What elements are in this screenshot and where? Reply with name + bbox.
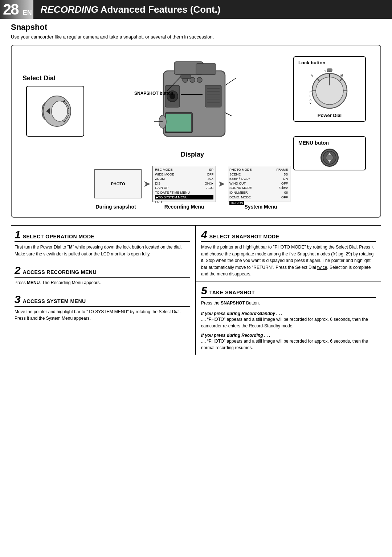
power-dial-label: Power Dial — [298, 113, 361, 118]
svg-rect-19 — [166, 114, 191, 132]
rec-menu-rows: REC MODESP WIDE MODEOFF ZOOM40X DISON□● … — [155, 167, 213, 199]
svg-text:P: P — [310, 90, 311, 93]
step-5: 5 TAKE SNAPSHOT Press the SNAPSHOT Butto… — [196, 282, 381, 355]
sys-row-5: SOUND MODE32kHz — [229, 186, 288, 190]
screen-panels: PHOTO ➤ REC MODESP WIDE MODEOFF ZOOM40X … — [91, 166, 293, 202]
if-standby-body: .... “PHOTO” appears and a still image w… — [201, 316, 376, 329]
svg-point-22 — [197, 77, 202, 82]
step-4-body: Move the pointer and highlight bar to "P… — [201, 244, 376, 278]
panel-photo-text: PHOTO — [111, 182, 125, 186]
recording-menu-title: Recording Menu — [152, 204, 216, 210]
recording-menu-panel: REC MODESP WIDE MODEOFF ZOOM40X DISON□● … — [152, 166, 216, 202]
page-body: Snapshot Use your camcorder like a regul… — [0, 23, 392, 366]
sys-row-7: DEMO. MODEOFF — [229, 195, 288, 200]
step-5-number: 5 — [201, 285, 207, 296]
power-dial-icon: S M □ A P L A Y — [308, 67, 351, 111]
camcorder-section: SNAPSHOT button — [91, 53, 293, 210]
svg-line-26 — [225, 113, 232, 116]
step-1: 1 SELECT OPERATION MODE First turn the P… — [11, 226, 195, 261]
m-char: M — [69, 245, 73, 250]
sys-row-3: BEEP / TALLYON — [229, 177, 288, 181]
snapshot-bold: SNAPSHOT — [221, 300, 245, 306]
svg-point-1 — [52, 101, 68, 121]
step-2: 2 ACCESS RECORDING MENU Press MENU. The … — [11, 261, 195, 290]
step-5-title: TAKE SNAPSHOT — [209, 290, 255, 295]
step-4: 4 SELECT SNAPSHOT MODE Move the pointer … — [196, 226, 381, 282]
sys-row-4: WIND CUTOFF — [229, 181, 288, 186]
page-lang: EN — [21, 0, 33, 19]
rec-row-5: GAIN UPAGC — [155, 186, 213, 190]
step-1-header: 1 SELECT OPERATION MODE — [15, 229, 190, 242]
menu-bold: MENU — [27, 280, 40, 285]
if-standby-block: If you press during Record-Standby . . .… — [201, 311, 376, 329]
select-dial-box — [26, 86, 84, 137]
step-5-body: Press the SNAPSHOT Button. — [201, 300, 376, 307]
svg-rect-44 — [327, 69, 332, 72]
step-3: 3 ACCESS SYSTEM MENU Move the pointer an… — [11, 290, 195, 326]
page-title: RECORDING Advanced Features (Cont.) — [33, 0, 392, 19]
step-4-header: 4 SELECT SNAPSHOT MODE — [201, 229, 376, 242]
title-italic: RECORDING — [41, 4, 98, 15]
step-2-body: Press MENU. The Recording Menu appears. — [15, 279, 190, 286]
sys-row-6: ID NUMBER06 — [229, 190, 288, 195]
camcorder-image — [134, 49, 250, 154]
menu-button-label: MENU buton — [298, 140, 329, 146]
rec-row-2: WIDE MODEOFF — [155, 172, 213, 177]
lock-button-label: Lock button — [298, 60, 361, 65]
if-recording-block: If you press during Recording . . . ....… — [201, 333, 376, 351]
svg-text:A: A — [311, 74, 313, 77]
step-5-header: 5 TAKE SNAPSHOT — [201, 285, 376, 298]
svg-rect-11 — [205, 85, 221, 107]
right-section: Lock button S M — [293, 56, 373, 170]
steps-section: 1 SELECT OPERATION MODE First turn the P… — [11, 225, 381, 355]
if-recording-body: .... “PHOTO” appears and a still image w… — [201, 338, 376, 351]
svg-rect-10 — [196, 64, 216, 74]
sys-row-1: PHOTO MODEFRAME — [229, 167, 288, 172]
svg-text:□: □ — [324, 70, 326, 73]
svg-line-28 — [225, 78, 236, 85]
step-2-header: 2 ACCESS RECORDING MENU — [15, 265, 190, 278]
step-3-number: 3 — [15, 294, 21, 305]
menu-button-circle — [320, 149, 339, 167]
step-2-title: ACCESS RECORDING MENU — [23, 269, 97, 275]
step-3-body: Move the pointer and highlight bar to "T… — [15, 308, 190, 322]
during-snapshot-panel: PHOTO — [94, 169, 142, 198]
during-snapshot-title: During snapshot — [92, 204, 139, 210]
step-1-body: First turn the Power Dial to "M" while p… — [15, 244, 190, 257]
select-dial-section: Select Dial — [19, 74, 91, 137]
rec-row-3: ZOOM40X — [155, 177, 213, 181]
svg-text:L: L — [310, 95, 311, 97]
svg-text:Y: Y — [310, 102, 311, 105]
arrow-right-2: ➤ — [218, 179, 225, 189]
system-menu-panel: PHOTO MODEFRAME SCENE5S BEEP / TALLYON W… — [227, 166, 290, 202]
steps-left-col: 1 SELECT OPERATION MODE First turn the P… — [11, 226, 196, 355]
step-1-title: SELECT OPERATION MODE — [23, 234, 95, 239]
arrow-right-1: ➤ — [143, 179, 151, 189]
sys-row-2: SCENE5S — [229, 172, 288, 177]
diagram-inner: Select Dial — [19, 53, 373, 210]
page-number: 28 — [0, 0, 21, 19]
rec-row-6: TO DATE / TIME MENU — [155, 190, 213, 195]
steps-right-col: 4 SELECT SNAPSHOT MODE Move the pointer … — [196, 226, 381, 355]
display-label: Display — [181, 151, 204, 158]
rec-row-1: REC MODESP — [155, 167, 213, 172]
sys-menu-rows: PHOTO MODEFRAME SCENE5S BEEP / TALLYON W… — [229, 167, 288, 199]
menu-btn-icon — [322, 150, 337, 165]
panel-labels-row: During snapshot Recording Menu System Me… — [91, 204, 293, 210]
snapshot-line — [181, 94, 203, 95]
snapshot-button-label: SNAPSHOT button — [134, 91, 173, 96]
svg-text:A: A — [310, 98, 311, 101]
if-standby-title: If you press during Record-Standby . . . — [201, 311, 376, 316]
twice-underline: twice — [317, 265, 327, 270]
step-3-title: ACCESS SYSTEM MENU — [23, 298, 86, 304]
step-4-number: 4 — [201, 229, 207, 240]
step-4-title: SELECT SNAPSHOT MODE — [209, 234, 279, 239]
if-recording-title: If you press during Recording . . . — [201, 333, 376, 338]
intro-text: Use your camcorder like a regular camera… — [11, 34, 381, 40]
section-title: Snapshot — [11, 23, 381, 32]
lock-power-area: Lock button S M — [293, 56, 366, 122]
svg-text:M: M — [340, 74, 343, 77]
rec-row-7-highlight: ▶TO SYSTEM MENU — [155, 195, 213, 200]
select-dial-icon — [37, 93, 73, 129]
diagram-box: Select Dial — [11, 45, 381, 218]
